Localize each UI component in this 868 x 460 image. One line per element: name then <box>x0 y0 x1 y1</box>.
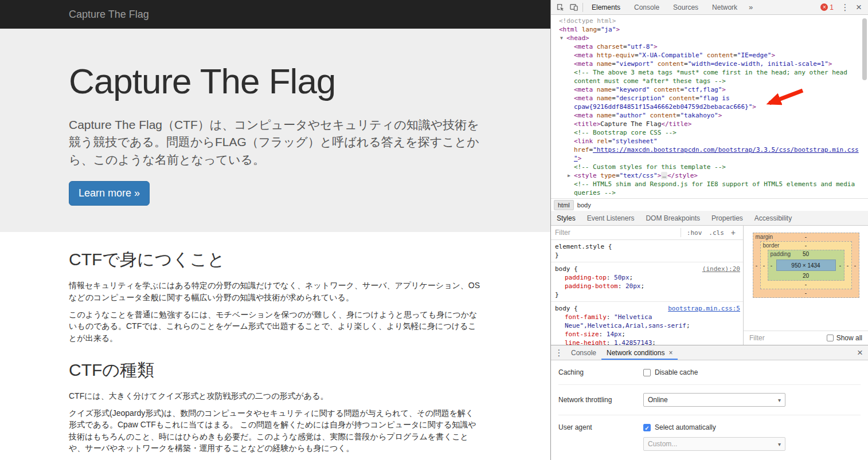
css-selector[interactable]: element.style <box>555 243 604 250</box>
box-model-area: margin- - border- - padding50 <box>744 226 868 331</box>
devtools-toolbar: Elements Console Sources Network » × 1 ⋮… <box>551 0 868 15</box>
box-model-padding[interactable]: padding50 - 950 × 1434 - 20 <box>768 250 844 281</box>
code-line[interactable]: <meta name="keyword" content="ctf,flag"> <box>551 85 868 94</box>
throttling-select[interactable]: Online ▾ <box>643 393 785 407</box>
navbar: Capture The Flag <box>0 0 550 29</box>
section-title-types: CTFの種類 <box>69 359 482 382</box>
css-rule: (index):20body {padding-top: 50px;paddin… <box>551 262 743 302</box>
css-source-link[interactable]: (index):20 <box>702 265 740 273</box>
code-line[interactable]: <!doctype html> <box>551 17 868 25</box>
tab-styles[interactable]: Styles <box>551 211 581 225</box>
section-title-benefits: CTFで身につくこと <box>69 248 482 272</box>
computed-filter-bar: Filter Show all <box>744 331 868 345</box>
css-property[interactable]: font-size: 14px; <box>555 330 740 339</box>
drawer-menu-icon[interactable]: ⋮ <box>552 345 566 360</box>
css-rule: element.style {} <box>551 240 743 262</box>
tab-console[interactable]: Console <box>627 0 666 14</box>
code-line[interactable]: <!-- Custom styles for this template --> <box>551 163 868 171</box>
css-property[interactable]: padding-top: 50px; <box>555 273 740 282</box>
css-rules: element.style {}(index):20body {padding-… <box>551 240 743 345</box>
page-content: CTFで身につくこと 情報セキュリティを学ぶにはある特定の分野の知識だけでなく、… <box>60 248 490 460</box>
code-line[interactable]: <!--[if lt IE 9]> <box>551 197 868 198</box>
box-model-border[interactable]: border- - padding50 - 950 × 1434 - <box>760 241 852 289</box>
hero-section: Capture The Flag Capture The Flag（CTF）は、… <box>0 29 550 232</box>
box-model-margin[interactable]: margin- - border- - padding50 <box>753 233 859 298</box>
computed-column: margin- - border- - padding50 <box>744 226 868 345</box>
navbar-brand[interactable]: Capture The Flag <box>69 9 149 20</box>
scrollbar-thumb[interactable] <box>862 18 867 80</box>
screen: Capture The Flag Capture The Flag Captur… <box>0 0 868 460</box>
tab-network[interactable]: Network <box>705 0 744 14</box>
custom-user-agent-select[interactable]: Custom... ▾ <box>643 437 785 451</box>
code-line[interactable]: <meta http-equiv="X-UA-Compatible" conte… <box>551 51 868 60</box>
code-line[interactable]: <!-- Bootstrap core CSS --> <box>551 128 868 137</box>
error-badge[interactable]: × 1 <box>820 3 834 11</box>
drawer-tab-network-conditions[interactable]: Network conditions × <box>601 345 678 360</box>
show-all-label: Show all <box>836 334 862 342</box>
breadcrumb: html body <box>551 198 868 211</box>
collapse-icon[interactable]: ▼ <box>560 34 566 42</box>
breadcrumb-body[interactable]: body <box>574 200 595 210</box>
breadcrumb-html[interactable]: html <box>554 200 574 210</box>
css-property[interactable]: line-height: 1.42857143; <box>555 339 740 345</box>
network-throttling-row: Network throttling Online ▾ <box>558 385 861 415</box>
custom-user-agent-value: Custom... <box>648 440 677 448</box>
tab-elements[interactable]: Elements <box>585 0 627 14</box>
code-line[interactable]: <title>Capture The Flag</title> <box>551 120 868 128</box>
code-line[interactable]: <meta name="author" content="takahoyo"> <box>551 111 868 120</box>
user-agent-row: User agent ✓ Select automatically Custom… <box>558 415 861 459</box>
code-line[interactable]: <meta charset="utf-8"> <box>551 42 868 51</box>
error-icon: × <box>820 3 828 11</box>
device-toolbar-icon[interactable] <box>567 0 581 14</box>
css-rule: bootstrap.min.css:5body {font-family: "H… <box>551 302 743 345</box>
devtools-close-icon[interactable]: × <box>852 0 866 14</box>
code-line[interactable]: <meta name="description" content="flag i… <box>551 94 868 111</box>
code-line[interactable]: <!-- HTML5 shim and Respond.js for IE8 s… <box>551 180 868 197</box>
caret-down-icon: ▾ <box>778 441 781 447</box>
tab-properties[interactable]: Properties <box>706 211 749 225</box>
ctf-webpage: Capture The Flag Capture The Flag Captur… <box>0 0 550 460</box>
tab-dom-breakpoints[interactable]: DOM Breakpoints <box>640 211 706 225</box>
show-all-checkbox[interactable] <box>827 335 834 341</box>
code-line[interactable]: <html lang="ja"> <box>551 25 868 34</box>
hero-title: Capture The Flag <box>69 61 482 101</box>
hover-state-button[interactable]: :hov <box>683 229 706 237</box>
tab-close-icon[interactable]: × <box>668 349 672 357</box>
learn-more-button[interactable]: Learn more » <box>69 181 150 206</box>
drawer-tab-console[interactable]: Console <box>566 345 601 360</box>
css-property[interactable]: padding-bottom: 20px; <box>555 282 740 290</box>
class-toggle-button[interactable]: .cls <box>705 229 728 237</box>
computed-filter-placeholder[interactable]: Filter <box>749 334 765 342</box>
paragraph: 情報セキュリティを学ぶにはある特定の分野の知識だけでなく、ネットワーク、サーバ、… <box>69 280 482 303</box>
expand-icon[interactable]: ▶ <box>568 171 574 180</box>
css-property[interactable]: font-family: "Helvetica Neue",Helvetica,… <box>555 313 740 330</box>
more-panels-chevron[interactable]: » <box>744 0 757 14</box>
css-selector[interactable]: body <box>555 305 570 312</box>
styles-pane: :hov .cls + element.style {}(index):20bo… <box>551 226 868 345</box>
select-automatically-checkbox[interactable]: ✓ <box>643 424 651 431</box>
tab-event-listeners[interactable]: Event Listeners <box>581 211 640 225</box>
paragraph: クイズ形式(Jeopardy形式)は、数問のコンピュータやセキュリティに関する問… <box>69 407 482 454</box>
throttling-value: Online <box>648 396 668 404</box>
disable-cache-checkbox[interactable] <box>643 369 651 376</box>
tab-sources[interactable]: Sources <box>666 0 705 14</box>
toolbar-divider <box>582 3 583 12</box>
network-conditions-panel: Caching Disable cache Network throttling… <box>551 360 868 460</box>
code-line[interactable]: ▶<style type="text/css">…</style> <box>551 171 868 180</box>
new-style-rule-button[interactable]: + <box>728 228 739 237</box>
overflow-menu-icon[interactable]: ⋮ <box>838 0 852 14</box>
css-selector[interactable]: body <box>555 265 570 273</box>
styles-filter-input[interactable] <box>555 229 681 237</box>
caching-row: Caching Disable cache <box>558 360 861 385</box>
user-agent-label: User agent <box>558 423 643 431</box>
inspect-element-icon[interactable] <box>553 0 567 14</box>
code-line[interactable]: <meta name="viewport" content="width=dev… <box>551 60 868 68</box>
box-model-content[interactable]: 950 × 1434 <box>776 260 836 271</box>
code-line[interactable]: ▼<head> <box>551 34 868 42</box>
css-source-link[interactable]: bootstrap.min.css:5 <box>668 304 740 313</box>
drawer-close-icon[interactable]: × <box>853 345 867 360</box>
code-line[interactable]: <!-- The above 3 meta tags *must* come f… <box>551 68 868 85</box>
tab-accessibility[interactable]: Accessibility <box>749 211 797 225</box>
caret-down-icon: ▾ <box>778 397 781 403</box>
code-line[interactable]: <link rel="stylesheet" href="https://max… <box>551 137 868 163</box>
